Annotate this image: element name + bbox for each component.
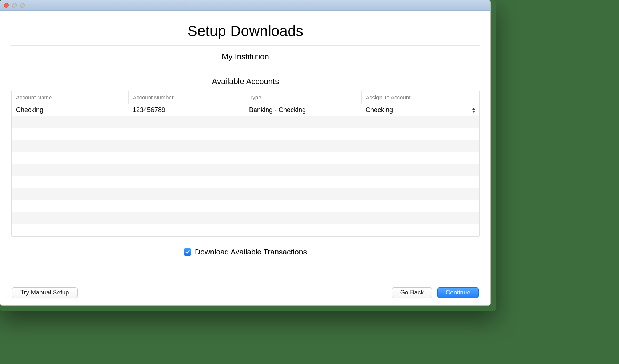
window-zoom-button[interactable] [20,3,25,8]
table-row [12,212,479,224]
window-close-button[interactable] [4,3,9,8]
go-back-button[interactable]: Go Back [392,287,432,298]
assign-selected-value: Checking [366,106,393,114]
try-manual-setup-button[interactable]: Try Manual Setup [12,287,78,298]
titlebar[interactable] [0,0,490,11]
table-row [12,152,479,164]
table-row[interactable]: Checking 123456789 Banking - Checking Ch… [12,104,479,116]
download-transactions-option[interactable]: Download Available Transactions [11,248,480,256]
col-type[interactable]: Type [245,91,361,104]
accounts-table: Account Name Account Number Type Assign … [11,91,480,237]
table-row [12,164,479,176]
updown-chevron-icon [472,107,476,113]
download-transactions-label: Download Available Transactions [195,248,307,256]
col-assign-to-account[interactable]: Assign To Account [361,91,479,104]
dialog-content: Setup Downloads My Institution Available… [0,11,490,305]
dialog-window: Setup Downloads My Institution Available… [0,0,491,306]
divider [11,45,480,46]
institution-name: My Institution [11,52,480,62]
col-account-number[interactable]: Account Number [128,91,245,104]
table-row [12,200,479,212]
table-row [12,188,479,200]
cell-assign-dropdown[interactable]: Checking [361,104,479,116]
table-row [12,128,479,140]
cell-type: Banking - Checking [245,104,361,116]
window-minimize-button[interactable] [12,3,17,8]
checkbox-checked-icon[interactable] [184,248,191,256]
continue-button[interactable]: Continue [437,287,479,298]
table-row [12,176,479,188]
table-body: Checking 123456789 Banking - Checking Ch… [12,104,479,236]
table-row [12,116,479,128]
page-title: Setup Downloads [11,18,480,45]
table-row [12,224,479,236]
cell-account-number: 123456789 [128,104,245,116]
button-bar: Try Manual Setup Go Back Continue [11,287,480,298]
cell-account-name: Checking [12,104,128,116]
table-row [12,140,479,152]
table-header: Account Name Account Number Type Assign … [12,91,479,104]
col-account-name[interactable]: Account Name [12,91,128,104]
section-title: Available Accounts [11,77,480,86]
